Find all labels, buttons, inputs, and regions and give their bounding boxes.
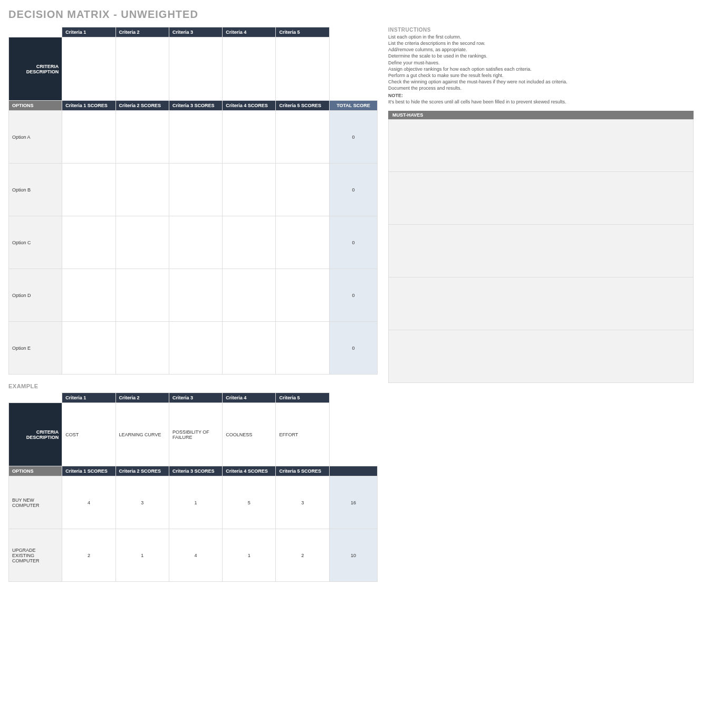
option-row: Option C 0 <box>9 216 378 269</box>
score-cell[interactable] <box>223 322 276 375</box>
total-score-cell: 0 <box>329 216 377 269</box>
instruction-line: Add/remove columns, as appropriate. <box>388 46 694 53</box>
option-name-cell[interactable]: Option D <box>9 269 62 322</box>
option-row: Option D 0 <box>9 269 378 322</box>
score-cell[interactable] <box>223 111 276 164</box>
instructions-note-text: It's best to hide the scores until all c… <box>388 99 694 105</box>
options-header: OPTIONS <box>9 101 62 111</box>
criteria-header: Criteria 2 <box>116 393 169 403</box>
criteria-header: Criteria 5 <box>276 27 329 37</box>
main-matrix-table: Criteria 1 Criteria 2 Criteria 3 Criteri… <box>8 27 378 375</box>
score-header: Criteria 4 SCORES <box>223 101 276 111</box>
score-cell[interactable] <box>276 164 329 216</box>
criteria-description-cell[interactable] <box>62 37 116 101</box>
criteria-header: Criteria 3 <box>169 393 222 403</box>
score-cell[interactable] <box>276 111 329 164</box>
option-name-cell: BUY NEW COMPUTER <box>9 476 62 529</box>
score-cell[interactable] <box>223 269 276 322</box>
score-cell[interactable] <box>276 322 329 375</box>
total-score-cell: 16 <box>329 476 377 529</box>
instructions-heading: INSTRUCTIONS <box>388 27 694 33</box>
must-haves-header: MUST-HAVES <box>388 111 694 119</box>
score-cell[interactable] <box>116 216 169 269</box>
option-name-cell[interactable]: Option B <box>9 164 62 216</box>
score-cell: 5 <box>223 476 276 529</box>
score-cell[interactable] <box>276 216 329 269</box>
criteria-header: Criteria 2 <box>116 27 169 37</box>
criteria-header: Criteria 4 <box>223 393 276 403</box>
criteria-header: Criteria 5 <box>276 393 329 403</box>
instruction-line: Check the winning option against the mus… <box>388 79 694 85</box>
criteria-description-cell[interactable] <box>276 37 329 101</box>
score-cell[interactable] <box>116 111 169 164</box>
score-cell[interactable] <box>169 111 222 164</box>
criteria-description-cell: LEARNING CURVE <box>116 403 169 466</box>
criteria-header: Criteria 3 <box>169 27 222 37</box>
total-score-cell: 0 <box>329 111 377 164</box>
score-cell: 3 <box>276 476 329 529</box>
score-cell[interactable] <box>169 322 222 375</box>
option-row: Option E 0 <box>9 322 378 375</box>
total-score-cell: 0 <box>329 269 377 322</box>
must-have-cell[interactable] <box>388 330 694 383</box>
score-cell[interactable] <box>169 269 222 322</box>
option-name-cell[interactable]: Option A <box>9 111 62 164</box>
score-header: Criteria 2 SCORES <box>116 466 169 476</box>
criteria-description-label: CRITERIA DESCRIPTION <box>9 403 62 466</box>
instruction-line: Determine the scale to be used in the ra… <box>388 53 694 59</box>
score-header: Criteria 3 SCORES <box>169 101 222 111</box>
must-have-cell[interactable] <box>388 225 694 277</box>
score-cell[interactable] <box>62 111 116 164</box>
instruction-line: Perform a gut check to make sure the res… <box>388 72 694 79</box>
score-cell[interactable] <box>116 322 169 375</box>
option-row: Option B 0 <box>9 164 378 216</box>
score-cell: 4 <box>62 476 116 529</box>
score-cell: 3 <box>116 476 169 529</box>
total-score-cell: 0 <box>329 322 377 375</box>
score-cell: 4 <box>169 529 222 582</box>
instruction-line: Define your must-haves. <box>388 60 694 66</box>
score-cell: 2 <box>276 529 329 582</box>
score-cell[interactable] <box>276 269 329 322</box>
score-cell[interactable] <box>169 164 222 216</box>
score-header: Criteria 5 SCORES <box>276 101 329 111</box>
option-name-cell[interactable]: Option C <box>9 216 62 269</box>
must-have-cell[interactable] <box>388 172 694 225</box>
option-row: BUY NEW COMPUTER 4 3 1 5 3 16 <box>9 476 378 529</box>
option-name-cell[interactable]: Option E <box>9 322 62 375</box>
instructions-body: List each option in the first column. Li… <box>388 34 694 106</box>
page-title: DECISION MATRIX - UNWEIGHTED <box>8 8 694 21</box>
criteria-description-cell[interactable] <box>116 37 169 101</box>
score-cell[interactable] <box>62 216 116 269</box>
score-cell: 1 <box>116 529 169 582</box>
criteria-description-cell[interactable] <box>169 37 222 101</box>
score-header: Criteria 1 SCORES <box>62 101 116 111</box>
score-cell[interactable] <box>116 164 169 216</box>
total-score-cell: 0 <box>329 164 377 216</box>
score-cell[interactable] <box>223 216 276 269</box>
score-header: Criteria 4 SCORES <box>223 466 276 476</box>
options-header: OPTIONS <box>9 466 62 476</box>
score-cell[interactable] <box>223 164 276 216</box>
score-cell[interactable] <box>62 269 116 322</box>
criteria-description-label: CRITERIA DESCRIPTION <box>9 37 62 101</box>
total-score-header <box>329 466 377 476</box>
score-cell: 2 <box>62 529 116 582</box>
score-cell[interactable] <box>62 164 116 216</box>
criteria-description-cell: COOLNESS <box>223 403 276 466</box>
score-cell[interactable] <box>116 269 169 322</box>
score-header: Criteria 1 SCORES <box>62 466 116 476</box>
criteria-header: Criteria 4 <box>223 27 276 37</box>
criteria-description-cell[interactable] <box>223 37 276 101</box>
score-cell[interactable] <box>169 216 222 269</box>
criteria-header: Criteria 1 <box>62 27 116 37</box>
score-cell[interactable] <box>62 322 116 375</box>
criteria-description-cell: POSSIBILITY OF FAILURE <box>169 403 222 466</box>
instruction-line: Assign objective rankings for how each o… <box>388 66 694 72</box>
must-have-cell[interactable] <box>388 277 694 330</box>
must-have-cell[interactable] <box>388 119 694 172</box>
score-cell: 1 <box>223 529 276 582</box>
total-score-cell: 10 <box>329 529 377 582</box>
criteria-description-cell: EFFORT <box>276 403 329 466</box>
option-row: Option A 0 <box>9 111 378 164</box>
